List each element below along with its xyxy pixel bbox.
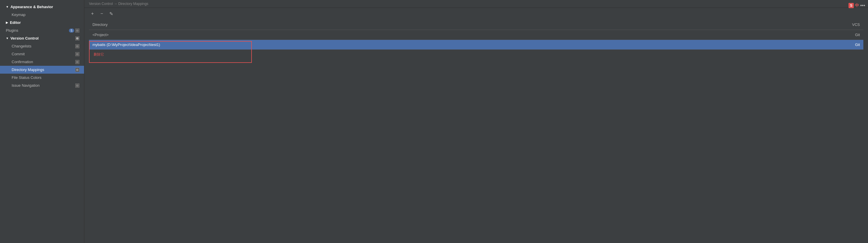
chevron-down-icon: ▼: [6, 5, 9, 8]
s-icon: S: [848, 3, 854, 8]
sidebar-item-changelists-label: Changelists: [12, 44, 31, 48]
table-header-vcs: VCS: [829, 21, 863, 28]
more-options-icon: •••: [860, 3, 865, 8]
sidebar-item-appearance[interactable]: ▼ Appearance & Behavior: [0, 3, 84, 11]
plugins-badge: 5: [69, 29, 74, 33]
sidebar-item-confirmation[interactable]: Confirmation ⊟: [0, 58, 84, 66]
edit-button[interactable]: ✎: [107, 10, 115, 17]
table-header: Directory VCS: [89, 20, 863, 30]
sidebar-item-plugins-label: Plugins: [6, 28, 18, 33]
commit-icon: ⊟: [75, 52, 80, 56]
sidebar-item-plugins[interactable]: Plugins 5 ⊟: [0, 27, 84, 34]
sidebar-item-keymap[interactable]: Keymap: [0, 11, 84, 19]
sidebar-item-appearance-label: Appearance & Behavior: [10, 5, 53, 9]
sidebar-item-keymap-label: Keymap: [12, 12, 26, 17]
vc-icon: ⊟: [75, 36, 80, 40]
table-body: <Project> Git mybatis (D:\MyProject\Idea…: [89, 30, 863, 50]
sidebar-item-file-status-colors[interactable]: File Status Colors: [0, 73, 84, 82]
issue-navigation-icon: ⊟: [75, 84, 80, 88]
sidebar-item-changelists[interactable]: Changelists ⊟: [0, 42, 84, 50]
plugins-settings-icon: ⊟: [75, 29, 80, 33]
cn-icon: 中: [855, 3, 859, 8]
directory-mappings-icon: ⊟: [75, 68, 80, 72]
table-cell-directory: <Project>: [89, 31, 829, 38]
issue-navigation-settings-icon: ⊟: [75, 84, 80, 88]
sidebar-item-confirmation-label: Confirmation: [12, 60, 33, 64]
table-cell-vcs: Git: [829, 40, 863, 50]
breadcrumb: Version Control → Directory Mappings: [84, 0, 868, 8]
add-button[interactable]: +: [89, 10, 96, 17]
top-right-icons: S 中 •••: [848, 3, 865, 8]
changelists-settings-icon: ⊟: [75, 44, 80, 48]
changelists-icon: ⊟: [75, 44, 80, 48]
table-row[interactable]: mybatis (D:\MyProject\IdeaProject\test1)…: [89, 40, 863, 50]
remove-button[interactable]: −: [98, 10, 105, 17]
main-content: S 中 ••• Version Control → Directory Mapp…: [84, 0, 868, 243]
tooltip-text: 删除它: [89, 50, 863, 59]
sidebar-item-issue-navigation-label: Issue Navigation: [12, 83, 39, 88]
breadcrumb-text: Version Control → Directory Mappings: [89, 2, 148, 6]
table-row[interactable]: <Project> Git: [89, 30, 863, 40]
commit-settings-icon: ⊟: [75, 52, 80, 56]
sidebar-item-version-control[interactable]: ▼ Version Control ⊟: [0, 34, 84, 42]
confirmation-settings-icon: ⊟: [75, 60, 80, 64]
sidebar-item-commit[interactable]: Commit ⊟: [0, 50, 84, 58]
sidebar-item-editor[interactable]: ▶ Editor: [0, 19, 84, 27]
sidebar-item-issue-navigation[interactable]: Issue Navigation ⊟: [0, 82, 84, 89]
chevron-right-icon: ▶: [6, 21, 8, 24]
table-cell-directory: mybatis (D:\MyProject\IdeaProject\test1): [89, 41, 863, 48]
sidebar-item-directory-mappings-label: Directory Mappings: [12, 67, 44, 72]
settings-sidebar: ▼ Appearance & Behavior Keymap ▶ Editor …: [0, 0, 84, 243]
plugins-icons: 5 ⊟: [69, 29, 80, 33]
vc-settings-icon: ⊟: [75, 36, 80, 40]
toolbar: + − ✎: [84, 8, 868, 20]
sidebar-item-file-status-colors-label: File Status Colors: [12, 75, 41, 80]
directory-mappings-settings-icon: ⊟: [75, 68, 80, 72]
table-header-directory: Directory: [89, 21, 829, 28]
table-cell-vcs: Git: [829, 31, 863, 38]
sidebar-item-version-control-label: Version Control: [10, 36, 39, 40]
sidebar-item-editor-label: Editor: [10, 20, 21, 25]
chevron-down-icon-vc: ▼: [6, 37, 9, 40]
confirmation-icon: ⊟: [75, 60, 80, 64]
sidebar-item-commit-label: Commit: [12, 52, 25, 56]
sidebar-item-directory-mappings[interactable]: Directory Mappings ⊟: [0, 66, 84, 73]
directory-mappings-table: Directory VCS <Project> Git mybatis (D:\…: [89, 20, 863, 243]
